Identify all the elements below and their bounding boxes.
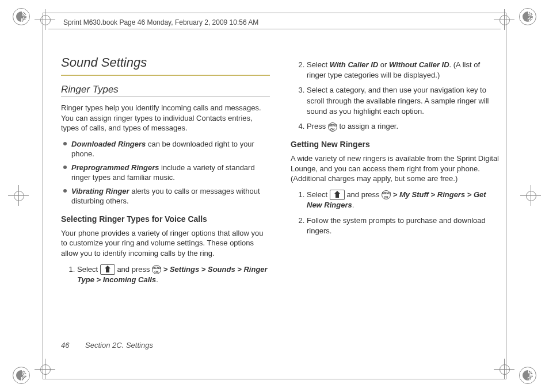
- step-2: Select With Caller ID or Without Caller …: [307, 60, 500, 80]
- page-number: 46: [61, 341, 69, 349]
- step-text: Press: [307, 122, 328, 130]
- step-text: Select: [307, 60, 330, 69]
- step-text: Select: [77, 265, 100, 274]
- document-header-info: Sprint M630.book Page 46 Monday, Februar…: [63, 18, 258, 26]
- step-text: and press: [117, 265, 152, 274]
- registration-mark-icon: [525, 190, 536, 201]
- home-key-icon: [100, 264, 115, 275]
- footer-section: Section 2C. Settings: [85, 341, 153, 349]
- list-item: Preprogrammed Ringers include a variety …: [61, 163, 270, 183]
- home-key-icon: [330, 190, 345, 200]
- step-4: Press MENUOK to assign a ringer.: [307, 121, 500, 132]
- crop-mark-icon: [519, 8, 536, 25]
- right-column: Select With Caller ID or Without Caller …: [291, 55, 500, 358]
- header-rule: [48, 29, 501, 29]
- option: With Caller ID: [330, 60, 378, 69]
- menu-key-icon: MENUOK: [382, 190, 391, 199]
- page-body: Sound Settings Ringer Types Ringer types…: [61, 55, 500, 358]
- term: Vibrating Ringer: [71, 187, 129, 195]
- step-3: Select a category, and then use your nav…: [307, 85, 500, 117]
- crop-mark-icon: [519, 367, 536, 384]
- step-2: Follow the system prompts to purchase an…: [307, 216, 500, 236]
- ringer-types-intro: Ringer types help you identify incoming …: [61, 103, 270, 133]
- step-1: Select and press MENUOK > My Stuff > Rin…: [307, 190, 500, 211]
- step-text: or: [378, 60, 389, 69]
- step-text: .: [352, 201, 354, 209]
- list-item: Vibrating Ringer alerts you to calls or …: [61, 186, 270, 206]
- term: Preprogrammed Ringers: [71, 163, 159, 172]
- registration-mark-icon: [13, 190, 24, 201]
- getting-heading: Getting New Ringers: [291, 140, 500, 149]
- step-text: Select: [307, 190, 330, 199]
- selecting-intro: Your phone provides a variety of ringer …: [61, 228, 270, 259]
- selecting-steps-left: Select and press MENUOK > Settings > Sou…: [61, 264, 270, 286]
- crop-mark-icon: [13, 367, 30, 384]
- selecting-steps-right: Select With Caller ID or Without Caller …: [291, 60, 500, 132]
- step-1: Select and press MENUOK > Settings > Sou…: [77, 264, 270, 286]
- menu-key-icon: MENUOK: [328, 122, 337, 132]
- ringer-types-list: Downloaded Ringers can be downloaded rig…: [61, 139, 270, 206]
- selecting-heading: Selecting Ringer Types for Voice Calls: [61, 214, 270, 224]
- crop-mark-icon: [13, 8, 30, 25]
- getting-steps: Select and press MENUOK > My Stuff > Rin…: [291, 190, 500, 236]
- step-text: Select a category, and then use your nav…: [307, 86, 489, 115]
- step-text: and press: [346, 190, 382, 199]
- step-text: .: [156, 275, 158, 284]
- section-rule: [61, 75, 270, 76]
- step-text: to assign a ringer.: [339, 122, 398, 130]
- term: Downloaded Ringers: [71, 140, 146, 148]
- left-column: Sound Settings Ringer Types Ringer types…: [61, 55, 270, 358]
- step-text: Follow the system prompts to purchase an…: [307, 216, 486, 235]
- page-footer: 46 Section 2C. Settings: [61, 341, 153, 349]
- getting-intro: A wide variety of new ringers is availab…: [291, 153, 500, 184]
- ringer-types-heading: Ringer Types: [61, 84, 270, 97]
- list-item: Downloaded Ringers can be downloaded rig…: [61, 139, 270, 159]
- menu-key-icon: MENUOK: [152, 265, 161, 274]
- section-title: Sound Settings: [61, 55, 270, 70]
- option: Without Caller ID: [389, 60, 449, 69]
